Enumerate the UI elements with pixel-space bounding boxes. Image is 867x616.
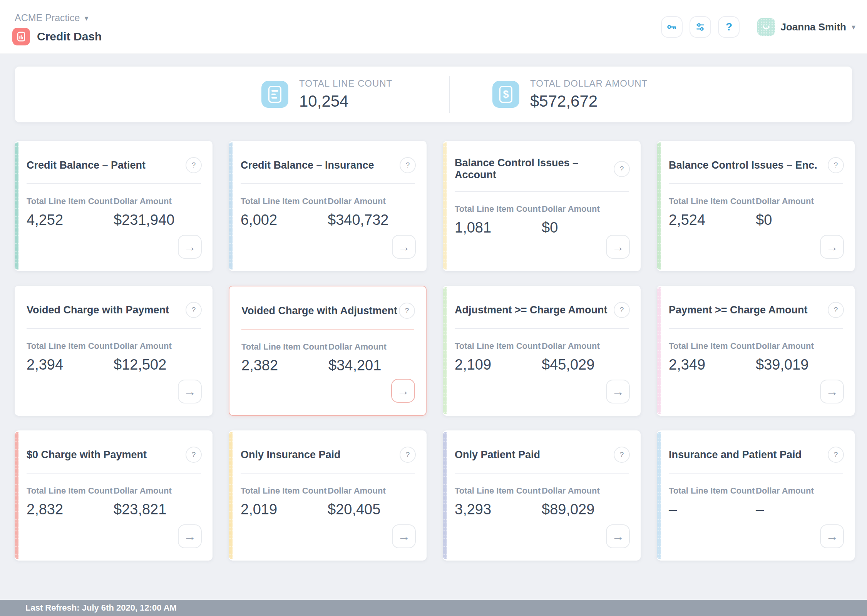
user-menu[interactable]: Joanna Smith ▾ xyxy=(757,18,855,36)
open-detail-button[interactable]: → xyxy=(820,524,844,548)
help-icon[interactable]: ? xyxy=(400,447,416,463)
divider xyxy=(449,76,450,113)
count-label: Total Line Item Count xyxy=(241,196,328,206)
help-icon[interactable]: ? xyxy=(614,447,630,463)
card-title: Only Insurance Paid xyxy=(241,449,341,461)
help-icon[interactable]: ? xyxy=(828,447,844,463)
help-icon[interactable]: ? xyxy=(186,157,202,173)
help-icon[interactable]: ? xyxy=(186,447,202,463)
amount-label: Dollar Amount xyxy=(756,196,814,206)
stat-label: TOTAL DOLLAR AMOUNT xyxy=(530,78,648,89)
count-label: Total Line Item Count xyxy=(27,196,114,206)
arrow-right-icon: → xyxy=(826,385,838,399)
card-balance-control-enc[interactable]: Balance Control Issues – Enc. ? Total Li… xyxy=(657,141,855,271)
settings-button[interactable] xyxy=(690,16,711,38)
amount-value: $23,821 xyxy=(114,501,172,518)
open-detail-button[interactable]: → xyxy=(820,235,844,259)
card-title: Credit Balance – Patient xyxy=(27,159,146,171)
card-credit-balance-insurance[interactable]: Credit Balance – Insurance ? Total Line … xyxy=(229,141,427,271)
card-voided-charge-adjustment[interactable]: Voided Charge with Adjustment ? Total Li… xyxy=(229,286,427,416)
key-icon xyxy=(666,22,677,32)
count-value: – xyxy=(669,501,756,518)
app-header: ACME Practice ▾ Credit Dash xyxy=(0,0,867,54)
chevron-down-icon: ▾ xyxy=(852,22,855,32)
open-detail-button[interactable]: → xyxy=(178,380,202,403)
card-title: Balance Control Issues – Enc. xyxy=(669,159,817,171)
open-detail-button[interactable]: → xyxy=(391,379,415,403)
credit-dash-logo-icon xyxy=(12,28,30,45)
open-detail-button[interactable]: → xyxy=(606,524,630,548)
card-title: Payment >= Charge Amount xyxy=(669,304,808,316)
count-value: 1,081 xyxy=(455,219,542,236)
card-voided-charge-payment[interactable]: Voided Charge with Payment ? Total Line … xyxy=(15,286,213,416)
count-label: Total Line Item Count xyxy=(241,342,328,352)
card-zero-charge-payment[interactable]: $0 Charge with Payment ? Total Line Item… xyxy=(15,430,213,561)
card-grid: Credit Balance – Patient ? Total Line It… xyxy=(15,141,855,561)
last-refresh-text: Last Refresh: July 6th 2020, 12:00 AM xyxy=(25,603,177,613)
amount-value: $45,029 xyxy=(542,357,600,373)
help-icon[interactable]: ? xyxy=(186,302,202,318)
open-detail-button[interactable]: → xyxy=(178,524,202,548)
page-title: Credit Dash xyxy=(37,30,102,43)
stat-value: $572,672 xyxy=(530,92,648,110)
arrow-right-icon: → xyxy=(184,385,196,399)
amount-label: Dollar Amount xyxy=(114,196,175,206)
card-title: Voided Charge with Payment xyxy=(27,304,169,316)
open-detail-button[interactable]: → xyxy=(606,235,630,259)
total-dollar-amount-stat: $ TOTAL DOLLAR AMOUNT $572,672 xyxy=(492,67,648,122)
count-value: 4,252 xyxy=(27,212,114,228)
user-name: Joanna Smith xyxy=(780,21,846,33)
open-detail-button[interactable]: → xyxy=(820,380,844,403)
card-credit-balance-patient[interactable]: Credit Balance – Patient ? Total Line It… xyxy=(15,141,213,271)
amount-value: $340,732 xyxy=(328,212,389,228)
count-value: 3,293 xyxy=(455,501,542,518)
help-icon[interactable]: ? xyxy=(614,302,630,318)
count-label: Total Line Item Count xyxy=(669,486,756,496)
header-actions: ? Joanna Smith ▾ xyxy=(661,0,855,54)
open-detail-button[interactable]: → xyxy=(392,524,416,548)
open-detail-button[interactable]: → xyxy=(178,235,202,259)
card-only-insurance-paid[interactable]: Only Insurance Paid ? Total Line Item Co… xyxy=(229,430,427,561)
stat-value: 10,254 xyxy=(299,92,392,110)
card-payment-gte-charge[interactable]: Payment >= Charge Amount ? Total Line It… xyxy=(657,286,855,416)
amount-label: Dollar Amount xyxy=(756,486,814,496)
card-title: Voided Charge with Adjustment xyxy=(241,305,397,317)
amount-value: $34,201 xyxy=(328,357,387,374)
open-detail-button[interactable]: → xyxy=(606,380,630,403)
total-line-count-stat: TOTAL LINE COUNT 10,254 xyxy=(261,67,392,122)
arrow-right-icon: → xyxy=(612,529,624,544)
card-balance-control-account[interactable]: Balance Control Issues – Account ? Total… xyxy=(443,141,641,271)
card-title: Adjustment >= Charge Amount xyxy=(455,304,608,316)
avatar xyxy=(757,18,775,36)
count-label: Total Line Item Count xyxy=(455,204,542,214)
amount-label: Dollar Amount xyxy=(542,341,600,351)
help-icon[interactable]: ? xyxy=(399,303,415,319)
card-adjustment-gte-charge[interactable]: Adjustment >= Charge Amount ? Total Line… xyxy=(443,286,641,416)
key-button[interactable] xyxy=(661,16,683,38)
card-insurance-and-patient-paid[interactable]: Insurance and Patient Paid ? Total Line … xyxy=(657,430,855,561)
open-detail-button[interactable]: → xyxy=(392,235,416,259)
summary-bar: TOTAL LINE COUNT 10,254 $ TOTAL DOLLAR A… xyxy=(15,66,852,122)
amount-label: Dollar Amount xyxy=(542,204,600,214)
count-label: Total Line Item Count xyxy=(241,486,328,496)
help-icon[interactable]: ? xyxy=(400,157,416,173)
arrow-right-icon: → xyxy=(826,529,838,544)
app-title-row: Credit Dash xyxy=(12,28,102,45)
help-icon[interactable]: ? xyxy=(614,161,630,177)
help-icon[interactable]: ? xyxy=(828,302,844,318)
card-only-patient-paid[interactable]: Only Patient Paid ? Total Line Item Coun… xyxy=(443,430,641,561)
amount-value: $20,405 xyxy=(328,501,386,518)
amount-value: $0 xyxy=(542,219,600,236)
stat-label: TOTAL LINE COUNT xyxy=(299,78,392,89)
amount-value: $0 xyxy=(756,212,814,228)
count-label: Total Line Item Count xyxy=(27,341,114,351)
arrow-right-icon: → xyxy=(184,529,196,544)
help-icon[interactable]: ? xyxy=(828,157,844,173)
help-button[interactable]: ? xyxy=(718,16,740,38)
count-label: Total Line Item Count xyxy=(455,341,542,351)
amount-value: $12,502 xyxy=(114,357,172,373)
amount-value: – xyxy=(756,501,814,518)
card-title: Insurance and Patient Paid xyxy=(669,449,802,461)
count-value: 2,832 xyxy=(27,501,114,518)
practice-selector[interactable]: ACME Practice ▾ xyxy=(15,12,89,23)
